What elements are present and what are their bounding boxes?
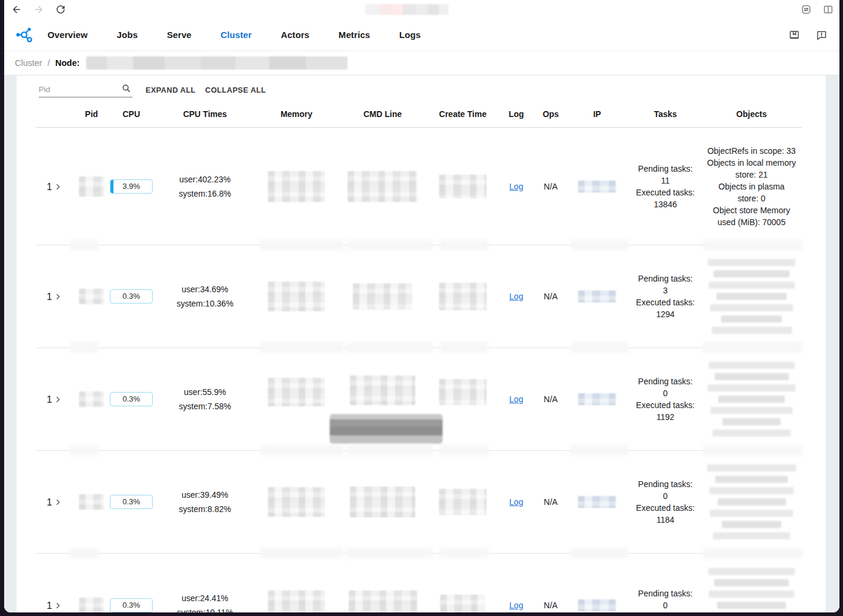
table-row: 1 0.3% user:55.9% system:7.58% Log N/A: [36, 348, 802, 451]
log-link[interactable]: Log: [509, 393, 523, 405]
browser-extensions-icon[interactable]: [801, 4, 812, 15]
table-row: 1 0.3% user:39.49% system:8.82% Log N/A: [36, 451, 802, 554]
cmdline-redacted: [350, 375, 415, 405]
cpu-percent: 0.3%: [122, 290, 140, 302]
objects-redacted: [707, 465, 796, 539]
redaction-blob: [440, 239, 488, 250]
table-row: 1 0.3% user:24.41% system:10.11% Log N/A: [36, 554, 802, 612]
header-tasks: Tasks: [630, 109, 701, 119]
pending-tasks: Pending tasks: 0: [636, 478, 695, 502]
chevron-right-icon: [54, 293, 62, 301]
row-expand-toggle[interactable]: 1: [36, 181, 72, 192]
table-row: 1 3.9% user:402.23% system:16.8% Log N/A: [36, 128, 802, 245]
cpu-system: system:10.11%: [177, 605, 233, 613]
cmdline-redacted: [353, 283, 412, 309]
node-id-redacted: [86, 56, 348, 70]
redaction-blob: [346, 548, 432, 558]
redaction-blob: [260, 239, 343, 250]
redaction-blob: [70, 239, 99, 250]
header-ip: IP: [564, 109, 630, 119]
tab-actors[interactable]: Actors: [281, 30, 310, 40]
executed-tasks: Executed tasks: 1294: [636, 296, 695, 320]
browser-back-icon[interactable]: [11, 4, 22, 15]
redaction-blob: [570, 342, 629, 353]
tab-jobs[interactable]: Jobs: [117, 30, 138, 40]
redaction-blob: [440, 445, 488, 456]
browser-reload-icon[interactable]: [55, 4, 66, 15]
ops-value: N/A: [544, 393, 557, 405]
browser-forward-icon[interactable]: [33, 4, 44, 15]
pid-redacted: [79, 391, 104, 407]
pid-search-input[interactable]: [39, 82, 116, 96]
cmdline-redacted: [350, 487, 415, 517]
cpu-percent: 0.3%: [122, 393, 140, 405]
cpu-times-cell: user:24.41% system:10.11%: [152, 591, 258, 613]
header-cpu-times: CPU Times: [152, 109, 258, 119]
cpu-usage-bar: 0.3%: [110, 392, 153, 406]
row-expand-toggle[interactable]: 1: [36, 290, 72, 302]
ip-redacted: [578, 599, 616, 611]
redaction-blob: [570, 239, 629, 250]
row-expand-toggle[interactable]: 1: [36, 496, 72, 508]
memory-redacted: [268, 378, 325, 406]
create-time-redacted: [439, 379, 487, 405]
cpu-user: user:34.69%: [182, 282, 229, 296]
log-link[interactable]: Log: [509, 496, 523, 508]
tab-cluster[interactable]: Cluster: [220, 30, 251, 40]
object-store-memory: Object store Memory used (MiB): 70005: [707, 204, 796, 228]
header-objects: Objects: [701, 109, 802, 119]
ip-redacted: [578, 496, 616, 508]
row-expand-toggle[interactable]: 1: [36, 599, 72, 611]
search-icon: [121, 83, 131, 93]
create-time-redacted: [439, 283, 487, 310]
ops-value: N/A: [544, 496, 557, 508]
pid-search-field[interactable]: [39, 82, 132, 97]
executed-tasks: Executed tasks: 1192: [636, 399, 695, 423]
executed-tasks: Executed tasks: 1184: [636, 502, 695, 526]
table-header-row: Pid CPU CPU Times Memory CMD Line Create…: [36, 101, 802, 128]
redaction-blob: [703, 342, 803, 353]
process-table-card: EXPAND ALL COLLAPSE ALL Pid CPU CPU Time…: [17, 75, 826, 612]
browser-toolbar: [4, 0, 839, 19]
group-count: 1: [46, 290, 52, 302]
pid-redacted: [79, 176, 104, 197]
nav-tabs: Overview Jobs Serve Cluster Actors Metri…: [48, 30, 421, 40]
redaction-blob: [346, 342, 432, 353]
cpu-user: user:55.9%: [184, 385, 226, 399]
redaction-blob: [260, 445, 343, 456]
tab-serve[interactable]: Serve: [167, 30, 191, 40]
ray-logo-icon: [15, 26, 34, 44]
log-link[interactable]: Log: [509, 181, 523, 192]
ops-value: N/A: [544, 599, 557, 611]
cpu-usage-bar: 3.9%: [110, 179, 153, 194]
feedback-icon[interactable]: [816, 29, 828, 41]
objects-redacted: [708, 362, 795, 437]
tab-metrics[interactable]: Metrics: [339, 30, 370, 40]
app-nav-bar: Overview Jobs Serve Cluster Actors Metri…: [4, 19, 839, 51]
pending-tasks: Pending tasks: 0: [636, 375, 695, 399]
browser-window: Overview Jobs Serve Cluster Actors Metri…: [4, 0, 839, 612]
cpu-system: system:8.82%: [179, 502, 231, 516]
nav-actions: [788, 29, 828, 41]
log-link[interactable]: Log: [509, 599, 523, 611]
tab-overview[interactable]: Overview: [48, 30, 88, 40]
collapse-all-button[interactable]: COLLAPSE ALL: [200, 82, 270, 98]
log-link[interactable]: Log: [509, 290, 523, 302]
redaction-blob: [440, 342, 488, 353]
objectrefs-in-scope: ObjectRefs in scope: 33: [707, 145, 796, 157]
tab-logs[interactable]: Logs: [399, 30, 421, 40]
tasks-cell: Pending tasks: 3 Executed tasks: 1294: [636, 273, 695, 320]
breadcrumb-cluster-link[interactable]: Cluster: [15, 58, 42, 68]
ip-redacted: [578, 393, 616, 405]
cpu-system: system:7.58%: [179, 399, 231, 413]
breadcrumb-separator: /: [48, 58, 50, 68]
redaction-blob: [260, 342, 343, 353]
group-count: 1: [46, 181, 52, 192]
group-count: 1: [46, 393, 52, 405]
browser-sidebar-icon[interactable]: [823, 4, 833, 15]
chevron-right-icon: [54, 498, 62, 506]
cpu-user: user:24.41%: [182, 591, 229, 605]
expand-all-button[interactable]: EXPAND ALL: [141, 82, 200, 98]
docs-book-icon[interactable]: [788, 29, 800, 41]
row-expand-toggle[interactable]: 1: [36, 393, 72, 405]
